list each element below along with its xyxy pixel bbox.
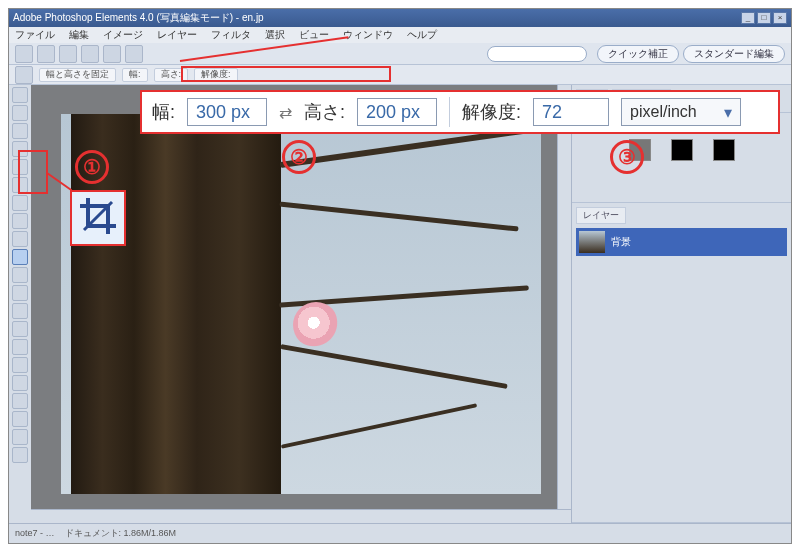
unit-value: pixel/inch: [630, 103, 697, 121]
panel-dock: 操作 ヒストリー レイヤー 背景: [571, 85, 791, 523]
keyword-search[interactable]: [487, 46, 587, 62]
save-icon[interactable]: [59, 45, 77, 63]
crop-tool[interactable]: [12, 249, 28, 265]
titlebar[interactable]: Adobe Photoshop Elements 4.0 (写真編集モード) -…: [9, 9, 791, 27]
app-window: Adobe Photoshop Elements 4.0 (写真編集モード) -…: [8, 8, 792, 544]
image-canvas[interactable]: [61, 114, 541, 494]
new-icon[interactable]: [15, 45, 33, 63]
menu-help[interactable]: ヘルプ: [407, 28, 437, 42]
layer-thumbnail: [579, 231, 605, 253]
menu-select[interactable]: 選択: [265, 28, 285, 42]
brush-tool[interactable]: [12, 357, 28, 373]
redo-icon[interactable]: [125, 45, 143, 63]
window-buttons: _ □ ×: [741, 12, 787, 24]
maximize-button[interactable]: □: [757, 12, 771, 24]
sponge-tool[interactable]: [12, 447, 28, 463]
width-input[interactable]: [187, 98, 267, 126]
zoom-tool[interactable]: [12, 105, 28, 121]
eraser-tool[interactable]: [12, 339, 28, 355]
toolbox: [9, 85, 31, 523]
aspect-label[interactable]: 幅と高さを固定: [39, 68, 116, 82]
paint-bucket-tool[interactable]: [12, 375, 28, 391]
menu-bar: ファイル 編集 イメージ レイヤー フィルタ 選択 ビュー ウィンドウ ヘルプ: [9, 27, 791, 43]
standard-edit-button[interactable]: スタンダード編集: [683, 45, 785, 63]
photo-flower: [293, 302, 339, 348]
menu-layer[interactable]: レイヤー: [157, 28, 197, 42]
options-highlight: [181, 66, 391, 82]
workspace: 操作 ヒストリー レイヤー 背景: [9, 85, 791, 523]
minimize-button[interactable]: _: [741, 12, 755, 24]
crop-icon: [78, 196, 118, 240]
magic-wand-tool[interactable]: [12, 195, 28, 211]
width-label: 幅:: [152, 100, 175, 124]
height-input[interactable]: [357, 98, 437, 126]
shape-tool[interactable]: [12, 411, 28, 427]
open-icon[interactable]: [37, 45, 55, 63]
crop-options-zoom: 幅: ⇄ 高さ: 解像度: pixel/inch ▾: [140, 90, 780, 134]
swap-icon[interactable]: ⇄: [279, 103, 292, 122]
redeye-tool[interactable]: [12, 285, 28, 301]
hand-tool[interactable]: [12, 123, 28, 139]
photo-tree-trunk: [71, 114, 281, 494]
resolution-unit-select[interactable]: pixel/inch ▾: [621, 98, 741, 126]
status-bar: note7 - … ドキュメント: 1.86M/1.86M: [9, 523, 791, 543]
layer-name: 背景: [611, 235, 631, 249]
crop-tool-icon-small[interactable]: [15, 66, 33, 84]
print-icon[interactable]: [81, 45, 99, 63]
canvas-area[interactable]: [31, 85, 571, 523]
move-tool[interactable]: [12, 87, 28, 103]
layer-row[interactable]: 背景: [576, 228, 787, 256]
window-title: Adobe Photoshop Elements 4.0 (写真編集モード) -…: [13, 11, 741, 25]
resolution-label: 解像度:: [462, 100, 521, 124]
shortcut-bar: クイック補正 スタンダード編集: [9, 43, 791, 65]
selection-brush-tool[interactable]: [12, 213, 28, 229]
menu-file[interactable]: ファイル: [15, 28, 55, 42]
cookie-cutter-tool[interactable]: [12, 267, 28, 283]
eyedropper-tool[interactable]: [12, 141, 28, 157]
separator: [449, 97, 450, 127]
menu-edit[interactable]: 編集: [69, 28, 89, 42]
clone-tool[interactable]: [12, 321, 28, 337]
marquee-tool[interactable]: [12, 159, 28, 175]
tab-layers[interactable]: レイヤー: [576, 207, 626, 224]
resolution-input[interactable]: [533, 98, 609, 126]
tool-options-bar: 幅と高さを固定 幅: 高さ: 解像度:: [9, 65, 791, 85]
swatch-background[interactable]: [713, 139, 735, 161]
status-file: note7 - …: [15, 528, 55, 538]
menu-image[interactable]: イメージ: [103, 28, 143, 42]
close-button[interactable]: ×: [773, 12, 787, 24]
status-docsize: ドキュメント: 1.86M/1.86M: [65, 528, 177, 538]
canvas-scrollbar-horizontal[interactable]: [31, 509, 571, 523]
panel-layers: レイヤー 背景: [572, 203, 791, 523]
undo-icon[interactable]: [103, 45, 121, 63]
gradient-tool[interactable]: [12, 393, 28, 409]
width-mini[interactable]: 幅:: [122, 68, 148, 82]
type-tool[interactable]: [12, 231, 28, 247]
height-label: 高さ:: [304, 100, 345, 124]
standard-label: スタンダード編集: [694, 47, 774, 61]
swatch-mid[interactable]: [671, 139, 693, 161]
blur-tool[interactable]: [12, 429, 28, 445]
crop-tool-enlarged: [70, 190, 126, 246]
healing-tool[interactable]: [12, 303, 28, 319]
menu-filter[interactable]: フィルタ: [211, 28, 251, 42]
quickfix-button[interactable]: クイック補正: [597, 45, 679, 63]
menu-window[interactable]: ウィンドウ: [343, 28, 393, 42]
chevron-down-icon: ▾: [724, 103, 732, 122]
quickfix-label: クイック補正: [608, 47, 668, 61]
canvas-scrollbar-vertical[interactable]: [557, 85, 571, 509]
swatch-foreground[interactable]: [629, 139, 651, 161]
lasso-tool[interactable]: [12, 177, 28, 193]
